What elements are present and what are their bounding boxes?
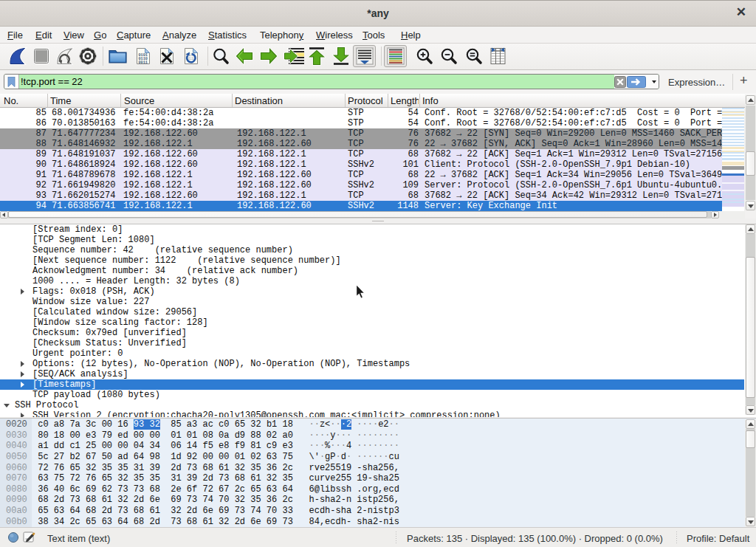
svg-text:0011: 0011 xyxy=(139,61,148,65)
